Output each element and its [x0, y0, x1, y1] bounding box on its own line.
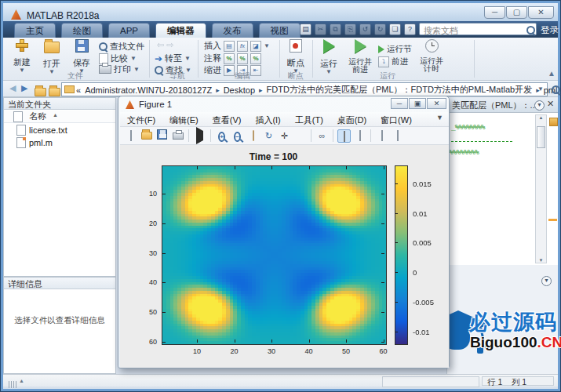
- show-plot-tools-icon[interactable]: [391, 129, 404, 143]
- toolstrip-tab-编辑器[interactable]: 编辑器: [155, 23, 206, 38]
- run-and-advance-button[interactable]: 运行并 前进: [345, 39, 375, 74]
- figure-minimize-button[interactable]: ─: [391, 98, 408, 109]
- cut-icon[interactable]: ✂: [315, 24, 326, 35]
- figure-menu-工具(T)[interactable]: 工具(T): [288, 113, 330, 127]
- toolstrip-tab-APP[interactable]: APP: [108, 23, 150, 38]
- file-row-pml.m[interactable]: pml.m: [4, 136, 115, 149]
- tab-close-icon[interactable]: ✕: [547, 99, 554, 109]
- figure-window[interactable]: Figure 1 ─ ▣ ✕ 文件(F)编辑(E)查看(V)插入(I)工具(T)…: [118, 96, 450, 368]
- figure-menu-桌面(D)[interactable]: 桌面(D): [330, 113, 373, 127]
- path-dropdown-icon[interactable]: ▼: [537, 85, 544, 93]
- new-figure-icon[interactable]: [124, 129, 137, 143]
- path-segment[interactable]: Desktop: [224, 85, 255, 95]
- hide-plot-tools-icon[interactable]: [375, 129, 388, 143]
- code-analyzer-indicator[interactable]: [549, 118, 558, 126]
- colorbar-tick-mark: [395, 332, 398, 332]
- figure-menu-窗口(W)[interactable]: 窗口(W): [373, 113, 419, 127]
- titlebar[interactable]: MATLAB R2018a ─ ▢ ✕: [3, 3, 558, 21]
- browse-folder-icon[interactable]: [49, 88, 60, 96]
- doc-search-box[interactable]: 搜索文档: [419, 23, 537, 35]
- print-figure-icon[interactable]: [171, 129, 184, 143]
- goto-button[interactable]: ➔ 转至 ▼: [155, 53, 191, 64]
- name-column-header[interactable]: 名称 ▲: [4, 111, 115, 123]
- collapse-toolstrip-icon[interactable]: ▲: [548, 69, 556, 78]
- scroll-down-icon[interactable]: ▼: [536, 258, 546, 263]
- print-button[interactable]: 打印 ▼: [99, 64, 140, 75]
- figure-menu-文件(F)[interactable]: 文件(F): [120, 113, 162, 127]
- toolstrip-tab-视图[interactable]: 视图: [259, 23, 301, 38]
- open-file-icon[interactable]: [140, 129, 153, 143]
- path-segment[interactable]: FDTD方法中的完美匹配层（PML）：FDTD方法中的PML-Matlab开发: [267, 84, 533, 96]
- insert-legend-icon[interactable]: [353, 129, 366, 143]
- insert-row[interactable]: 插入 ▤ fx ◪ ▼: [204, 40, 270, 52]
- document-bar-icon[interactable]: ▼: [541, 276, 552, 286]
- scroll-up-icon[interactable]: ▲: [536, 115, 546, 120]
- breadcrumb-field[interactable]: «Administrator.WIN7U-20180127Z▸Desktop▸F…: [61, 82, 548, 96]
- statusbar-grip[interactable]: [9, 377, 18, 391]
- run-button[interactable]: 运行 ▼: [315, 39, 342, 74]
- up-folder-icon[interactable]: [35, 88, 46, 96]
- forward-icon[interactable]: ▶: [21, 83, 27, 93]
- paste-icon[interactable]: ⎘: [344, 24, 356, 35]
- path-segment[interactable]: Administrator.WIN7U-20180127Z: [85, 85, 212, 95]
- signin-link[interactable]: 登录: [541, 24, 559, 36]
- toolstrip-tab-发布[interactable]: 发布: [212, 23, 253, 38]
- heatmap-image[interactable]: [162, 166, 386, 344]
- pan-hand-icon[interactable]: [246, 129, 260, 143]
- scrollbar-thumb[interactable]: [537, 126, 545, 148]
- figure-menu-编辑(E)[interactable]: 编辑(E): [162, 113, 206, 127]
- dropdown-caret-icon: ▼: [184, 56, 191, 61]
- advance-button[interactable]: ⤵ 前进: [378, 56, 408, 67]
- zoom-in-icon[interactable]: +: [215, 129, 228, 143]
- colorbar[interactable]: [395, 165, 408, 345]
- analyzer-warning-marker[interactable]: [548, 219, 557, 221]
- link-plot-icon[interactable]: ∞: [315, 129, 329, 143]
- run-and-time-button[interactable]: 运行并 计时: [417, 39, 446, 73]
- open-button[interactable]: 打开 ▼: [38, 39, 66, 74]
- breakpoints-button[interactable]: 断点 ▼: [282, 39, 309, 74]
- save-icon[interactable]: ▤: [300, 24, 311, 35]
- toolstrip-tab-主页[interactable]: 主页: [14, 23, 56, 38]
- help-icon[interactable]: ?: [404, 24, 416, 35]
- statusbar-grip-arrow-icon[interactable]: ▲: [19, 378, 24, 383]
- menubar-overflow-icon[interactable]: ▼: [436, 114, 443, 122]
- addressbar-search-icon[interactable]: [552, 85, 560, 94]
- switch-windows-icon[interactable]: ❏: [389, 24, 401, 35]
- minimize-button[interactable]: ─: [484, 6, 505, 19]
- figure-menu-查看(V)[interactable]: 查看(V): [206, 113, 249, 127]
- editor-document-tab[interactable]: 美匹配层（PML）：...: [452, 100, 537, 111]
- back-icon[interactable]: ◀: [9, 83, 16, 93]
- toolstrip-tab-绘图[interactable]: 绘图: [61, 23, 103, 38]
- figure-close-button[interactable]: ✕: [427, 98, 446, 109]
- close-button[interactable]: ✕: [528, 6, 554, 19]
- run-section-button[interactable]: 运行节: [378, 44, 412, 55]
- copy-icon[interactable]: ⧉: [330, 24, 341, 35]
- new-script-button[interactable]: 新建 ▼: [8, 39, 36, 73]
- plot-axes[interactable]: [162, 165, 387, 345]
- brush-icon[interactable]: [293, 129, 307, 143]
- figure-menu-插入(I)[interactable]: 插入(I): [248, 113, 287, 127]
- editor-pane[interactable]: _%%%%%%%% %%%%%%%% ▲ ▼: [446, 113, 558, 265]
- insert-fx-icon: fx: [237, 41, 248, 52]
- file-row-license.txt[interactable]: license.txt: [4, 124, 115, 136]
- save-figure-icon[interactable]: [155, 129, 169, 143]
- details-header[interactable]: 详细信息: [4, 278, 115, 289]
- figure-maximize-button[interactable]: ▣: [409, 98, 426, 109]
- redo-icon[interactable]: ↻: [374, 24, 386, 35]
- x-tick-mark: [384, 166, 384, 169]
- editor-scrollbar[interactable]: ▲ ▼: [535, 114, 547, 263]
- insert-colorbar-icon[interactable]: [337, 129, 351, 143]
- tab-dropdown-icon[interactable]: ▼: [534, 100, 545, 111]
- zoom-out-icon[interactable]: −: [231, 129, 244, 143]
- data-cursor-icon[interactable]: ✛: [278, 129, 291, 143]
- current-folder-header[interactable]: 当前文件夹: [4, 98, 115, 110]
- find-files-button[interactable]: 查找文件: [99, 41, 144, 53]
- comment-row[interactable]: 注释 % % %: [204, 53, 261, 64]
- rotate-3d-icon[interactable]: ↻: [262, 129, 275, 143]
- nav-back-forward[interactable]: ⇦ ⇨: [157, 40, 173, 50]
- edit-plot-icon[interactable]: [193, 129, 206, 143]
- undo-icon[interactable]: ↺: [359, 24, 371, 35]
- maximize-button[interactable]: ▢: [506, 6, 527, 19]
- indent-row[interactable]: 缩进 ▶ ⇥ ⇤: [204, 64, 261, 76]
- save-button[interactable]: 保存 ▼: [67, 39, 96, 74]
